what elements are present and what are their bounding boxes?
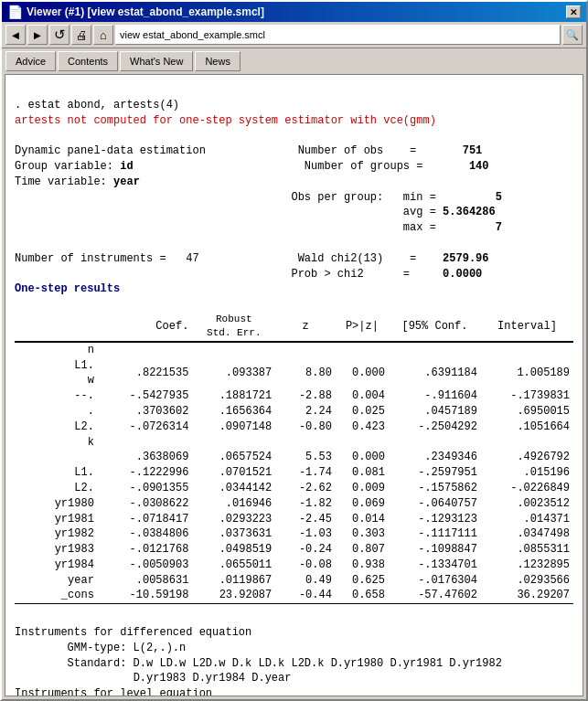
print-icon: 🖨 bbox=[76, 28, 88, 42]
home-button[interactable]: ⌂ bbox=[93, 25, 113, 45]
contents-button[interactable]: Contents bbox=[58, 51, 118, 71]
one-step-heading: One-step results bbox=[15, 282, 120, 295]
table-header-row: Coef. RobustStd. Err. z P>|z| [95% Conf.… bbox=[15, 313, 573, 341]
back-icon: ◄ bbox=[10, 28, 22, 42]
table-row: yr1981 -.0718417 .0293223 -2.45 0.014 -.… bbox=[15, 512, 573, 527]
obs-per-group-line: Obs per group: min = 5 bbox=[15, 191, 502, 204]
instruments-block: Instruments for differenced equation GMM… bbox=[15, 610, 573, 696]
window-icon: 📄 bbox=[7, 5, 23, 19]
instruments-line: Number of instruments = 47 Wald chi2(13)… bbox=[15, 252, 489, 265]
group-var-line: Group variable: id Number of groups = 14… bbox=[15, 160, 489, 173]
forward-button[interactable]: ► bbox=[27, 25, 48, 45]
search-icon: 🔍 bbox=[566, 29, 579, 41]
obs-max-line: max = 7 bbox=[15, 221, 502, 234]
table-row: k bbox=[15, 435, 573, 451]
window-title: Viewer (#1) [view estat_abond_example.sm… bbox=[27, 5, 264, 18]
table-row: year .0058631 .0119867 0.49 0.625 -.0176… bbox=[15, 573, 573, 589]
forward-icon: ► bbox=[32, 28, 44, 42]
instruments-diff-heading: Instruments for differenced equation bbox=[15, 626, 251, 639]
table-row: L2. -.0726314 .0907148 -0.80 0.423 -.250… bbox=[15, 420, 573, 435]
col-header-z: z bbox=[275, 313, 336, 341]
obs-avg-line: avg = 5.364286 bbox=[15, 206, 496, 218]
search-button[interactable]: 🔍 bbox=[562, 25, 583, 45]
table-row: L1.w .8221535 .093387 8.80 0.000 .639118… bbox=[15, 358, 573, 389]
table-row: L2. -.0901355 .0344142 -2.62 0.009 -.157… bbox=[15, 481, 573, 496]
refresh-icon: ↺ bbox=[54, 27, 66, 43]
table-row: --. -.5427935 .1881721 -2.88 0.004 -.911… bbox=[15, 388, 573, 404]
col-header-coef: Coef. bbox=[98, 313, 193, 341]
prob-line: Prob > chi2 = 0.0000 bbox=[15, 268, 482, 281]
table-row: n bbox=[15, 342, 573, 357]
col-header-ci-hi: Interval] bbox=[481, 313, 573, 341]
standard-diff: Standard: D.w LD.w L2D.w D.k LD.k L2D.k … bbox=[68, 657, 502, 670]
time-var-line: Time variable: year bbox=[15, 175, 140, 188]
table-row: . .3703602 .1656364 2.24 0.025 .0457189 … bbox=[15, 404, 573, 420]
main-window: 📄 Viewer (#1) [view estat_abond_example.… bbox=[0, 0, 588, 701]
table-row: yr1982 -.0384806 .0373631 -1.03 0.303 -.… bbox=[15, 526, 573, 542]
output-block: . estat abond, artests(4) artests not co… bbox=[15, 82, 573, 313]
table-row: yr1984 -.0050903 .0655011 -0.08 0.938 -.… bbox=[15, 558, 573, 573]
advice-button[interactable]: Advice bbox=[5, 51, 56, 71]
back-button[interactable]: ◄ bbox=[5, 25, 26, 45]
whats-new-button[interactable]: What's New bbox=[120, 51, 193, 71]
instruments-level-heading: Instruments for level equation bbox=[15, 687, 212, 696]
table-row: _cons -10.59198 23.92087 -0.44 0.658 -57… bbox=[15, 588, 573, 603]
standard-diff2: D.yr1983 D.yr1984 D.year bbox=[134, 672, 292, 685]
news-button[interactable]: News bbox=[195, 51, 241, 71]
warning-line: artests not computed for one-step system… bbox=[15, 114, 436, 127]
refresh-button[interactable]: ↺ bbox=[49, 25, 69, 45]
table-bottom-separator bbox=[15, 604, 573, 605]
nav-bar: Advice Contents What's New News bbox=[2, 48, 586, 74]
col-header-se: RobustStd. Err. bbox=[192, 313, 275, 341]
results-table: Coef. RobustStd. Err. z P>|z| [95% Conf.… bbox=[15, 313, 573, 604]
title-bar: 📄 Viewer (#1) [view estat_abond_example.… bbox=[2, 2, 586, 22]
content-area[interactable]: . estat abond, artests(4) artests not co… bbox=[5, 74, 583, 696]
col-header-p: P>|z| bbox=[336, 313, 389, 341]
col-header-n bbox=[15, 313, 98, 341]
print-button[interactable]: 🖨 bbox=[71, 25, 91, 45]
address-input[interactable] bbox=[115, 25, 561, 45]
gmm-type-diff: GMM-type: L(2,.).n bbox=[68, 642, 187, 654]
table-row: yr1980 -.0308622 .016946 -1.82 0.069 -.0… bbox=[15, 496, 573, 512]
command-line: . estat abond, artests(4) bbox=[15, 99, 179, 112]
close-button[interactable]: ✕ bbox=[566, 5, 581, 18]
table-row: .3638069 .0657524 5.53 0.000 .2349346 .4… bbox=[15, 450, 573, 465]
heading-line: Dynamic panel-data estimation Number of … bbox=[15, 144, 482, 157]
toolbar: ◄ ► ↺ 🖨 ⌂ 🔍 bbox=[2, 22, 586, 48]
table-row: L1. -.1222996 .0701521 -1.74 0.081 -.259… bbox=[15, 465, 573, 481]
col-header-ci-lo: [95% Conf. bbox=[389, 313, 481, 341]
home-icon: ⌂ bbox=[100, 28, 107, 42]
table-row: yr1983 -.0121768 .0498519 -0.24 0.807 -.… bbox=[15, 542, 573, 558]
